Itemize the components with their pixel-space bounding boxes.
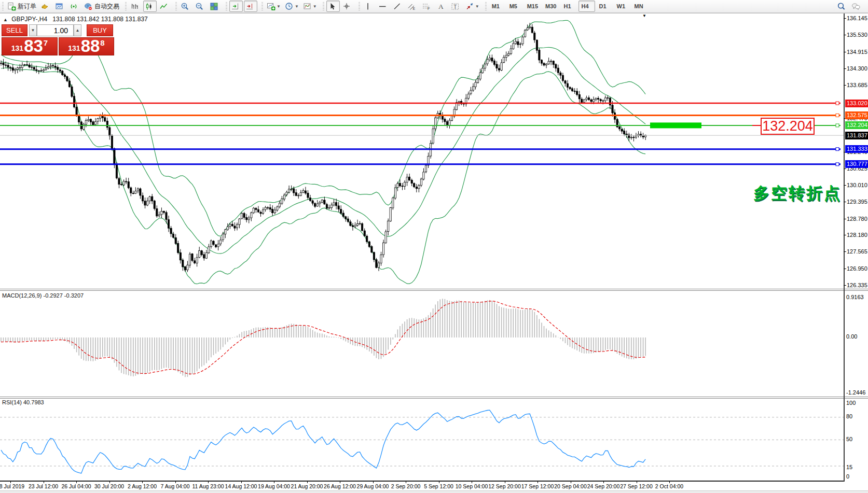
price-level-badge: 132.575 [845,111,868,119]
auto-scroll-button[interactable] [229,1,243,12]
y-tick-label: 136.145 [847,15,868,22]
volume-input[interactable]: 1.00 [37,24,74,36]
search-button[interactable] [835,1,849,12]
x-tick-label: 29 Aug 04:00 [357,483,389,489]
new-order-button[interactable]: 新订单 [6,1,38,12]
periods-button[interactable]: ▼ [283,1,300,12]
candlestick-button[interactable] [143,1,157,12]
chart-shift-button[interactable] [244,1,257,12]
data-window-button[interactable] [53,1,67,12]
buy-price-display[interactable]: 131 88 8 [59,37,114,55]
volume-decrease-button[interactable]: ▼ [29,24,37,36]
tile-windows-button[interactable] [208,1,222,12]
hline-endpoint[interactable] [836,114,839,117]
toolbar-grip[interactable] [2,2,4,10]
auto-scroll-icon [231,2,240,11]
toolbar-grip[interactable] [359,2,360,10]
tf-m15-button[interactable]: M15 [524,1,541,12]
volume-increase-button[interactable]: ▲ [74,24,81,36]
panel-separator[interactable] [0,397,868,399]
macd-panel[interactable] [0,291,844,397]
x-tick-label: 21 Aug 20:00 [291,483,323,489]
chart-shift-icon [245,2,254,11]
templates-button[interactable]: ▼ [301,1,319,12]
autotrade-button[interactable]: 自动交易 [82,1,121,12]
zoom-out-button[interactable] [194,1,207,12]
tf-m1-button[interactable]: M1 [489,1,505,12]
trendline-button[interactable] [391,1,405,12]
x-tick-label: 23 Jul 12:00 [29,483,58,489]
text-button[interactable]: A [435,1,448,12]
tf-m30-button[interactable]: M30 [542,1,559,12]
chart-shift-marker-icon[interactable]: ▼ [642,13,646,18]
y-tick-label: 128.780 [847,216,868,222]
chat-button[interactable] [850,1,863,12]
y-tick-mark [844,85,846,86]
zoom-in-button[interactable] [179,1,192,12]
y-tick-mark [844,235,846,235]
rsi-label: RSI(14) 40.7983 [2,399,44,405]
tf-mn-button[interactable]: MN [631,1,648,12]
toolbar-grip[interactable] [261,2,263,10]
hline-icon [378,2,387,11]
toolbar-grip[interactable] [125,2,127,10]
indicator-scale-label: 0.9163 [846,294,864,301]
channel-button[interactable]: E [406,1,419,12]
collapse-arrow-icon[interactable]: ▲ [3,17,8,22]
x-tick-label: 19 Aug 04:00 [258,483,290,489]
turning-point-annotation[interactable]: 多空转折点 [753,182,842,204]
hline-endpoint[interactable] [836,148,839,151]
new-order-button-label: 新订单 [18,2,36,11]
hline-endpoint[interactable] [836,163,839,166]
buy-button[interactable]: BUY [87,24,113,36]
fibonacci-button[interactable]: F [420,1,434,12]
crosshair-button[interactable] [341,1,354,12]
crosshair-icon [342,2,351,11]
y-tick-mark [844,269,846,269]
y-tick-mark [844,285,846,286]
vertical-line-button[interactable] [362,1,376,12]
window-chart-icon [55,2,64,11]
rsi-panel[interactable] [0,399,844,481]
horizontal-line-button[interactable] [377,1,390,12]
signals-button[interactable] [68,1,81,12]
tf-h1-button[interactable]: H1 [561,1,577,12]
label-button[interactable]: T [449,1,463,12]
hline-endpoint[interactable] [836,102,839,105]
highlight-segment[interactable] [650,122,701,128]
indicators-button[interactable]: ▼ [265,1,282,12]
time-axis[interactable]: 18 Jul 201923 Jul 12:0026 Jul 04:0030 Ju… [0,482,868,490]
toolbar-grip[interactable] [323,2,324,10]
hline-endpoint[interactable] [836,124,839,127]
main-chart-area[interactable] [0,14,844,289]
sell-price-display[interactable]: 131 83 7 [2,37,58,55]
x-tick-label: 2 Aug 12:00 [128,483,157,489]
cursor-button[interactable] [326,1,340,12]
chevron-down-icon[interactable]: ▼ [295,4,299,9]
shapes-button[interactable]: ▼ [464,1,481,12]
tf-m15-button-label: M15 [527,3,538,9]
tf-d1-button[interactable]: D1 [596,1,613,12]
sell-button[interactable]: SELL [2,24,27,36]
price-tag-label[interactable]: 132.204 [761,118,815,135]
tf-h4-button[interactable]: H4 [578,1,595,12]
toolbar-grip[interactable] [175,2,177,10]
market-watch-button[interactable] [39,1,52,12]
tf-w1-button[interactable]: W1 [614,1,630,12]
toolbar-grip[interactable] [485,2,487,10]
bollinger-middle-band [1,47,645,253]
panel-separator[interactable] [0,289,868,291]
x-tick-label: 18 Jul 2019 [0,483,24,489]
chevron-down-icon[interactable]: ▼ [277,4,281,9]
x-tick-label: 5 Sep 12:00 [424,483,453,489]
toolbar-group: EFAT▼ [356,0,483,12]
line-chart-button[interactable] [158,1,171,12]
toolbar-grip[interactable] [226,2,227,10]
bar-chart-button[interactable] [129,1,142,12]
macd-values: -0.2927 -0.3207 [43,292,84,299]
chevron-down-icon[interactable]: ▼ [475,4,479,9]
tf-d1-button-label: D1 [599,3,607,9]
tf-m5-button[interactable]: M5 [506,1,523,12]
chevron-down-icon[interactable]: ▼ [313,4,317,9]
search-icon [837,2,846,11]
